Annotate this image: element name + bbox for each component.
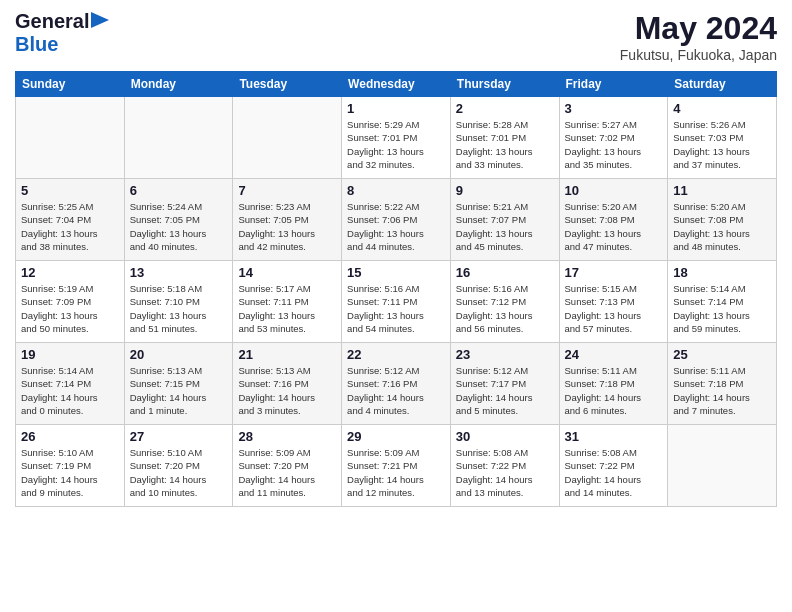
day-info: Sunrise: 5:25 AM Sunset: 7:04 PM Dayligh… (21, 200, 119, 253)
day-info: Sunrise: 5:09 AM Sunset: 7:21 PM Dayligh… (347, 446, 445, 499)
month-title: May 2024 (620, 10, 777, 47)
table-cell: 24Sunrise: 5:11 AM Sunset: 7:18 PM Dayli… (559, 343, 668, 425)
day-info: Sunrise: 5:18 AM Sunset: 7:10 PM Dayligh… (130, 282, 228, 335)
day-info: Sunrise: 5:27 AM Sunset: 7:02 PM Dayligh… (565, 118, 663, 171)
day-info: Sunrise: 5:13 AM Sunset: 7:16 PM Dayligh… (238, 364, 336, 417)
table-cell: 13Sunrise: 5:18 AM Sunset: 7:10 PM Dayli… (124, 261, 233, 343)
table-cell: 21Sunrise: 5:13 AM Sunset: 7:16 PM Dayli… (233, 343, 342, 425)
day-info: Sunrise: 5:10 AM Sunset: 7:19 PM Dayligh… (21, 446, 119, 499)
day-number: 17 (565, 265, 663, 280)
header-friday: Friday (559, 72, 668, 97)
day-number: 6 (130, 183, 228, 198)
day-number: 7 (238, 183, 336, 198)
logo: General Blue (15, 10, 109, 56)
day-number: 20 (130, 347, 228, 362)
day-number: 31 (565, 429, 663, 444)
header-wednesday: Wednesday (342, 72, 451, 97)
table-cell: 1Sunrise: 5:29 AM Sunset: 7:01 PM Daylig… (342, 97, 451, 179)
svg-marker-0 (91, 12, 109, 28)
table-cell: 15Sunrise: 5:16 AM Sunset: 7:11 PM Dayli… (342, 261, 451, 343)
day-number: 10 (565, 183, 663, 198)
day-number: 16 (456, 265, 554, 280)
week-row-2: 5Sunrise: 5:25 AM Sunset: 7:04 PM Daylig… (16, 179, 777, 261)
day-number: 3 (565, 101, 663, 116)
header-tuesday: Tuesday (233, 72, 342, 97)
header-sunday: Sunday (16, 72, 125, 97)
day-number: 25 (673, 347, 771, 362)
calendar-header-row: Sunday Monday Tuesday Wednesday Thursday… (16, 72, 777, 97)
calendar: Sunday Monday Tuesday Wednesday Thursday… (15, 71, 777, 507)
logo-general: General (15, 10, 89, 33)
day-number: 29 (347, 429, 445, 444)
week-row-4: 19Sunrise: 5:14 AM Sunset: 7:14 PM Dayli… (16, 343, 777, 425)
day-number: 8 (347, 183, 445, 198)
table-cell (233, 97, 342, 179)
table-cell: 17Sunrise: 5:15 AM Sunset: 7:13 PM Dayli… (559, 261, 668, 343)
day-number: 23 (456, 347, 554, 362)
table-cell: 26Sunrise: 5:10 AM Sunset: 7:19 PM Dayli… (16, 425, 125, 507)
day-info: Sunrise: 5:12 AM Sunset: 7:16 PM Dayligh… (347, 364, 445, 417)
day-info: Sunrise: 5:24 AM Sunset: 7:05 PM Dayligh… (130, 200, 228, 253)
day-number: 30 (456, 429, 554, 444)
day-number: 18 (673, 265, 771, 280)
title-block: May 2024 Fukutsu, Fukuoka, Japan (620, 10, 777, 63)
location: Fukutsu, Fukuoka, Japan (620, 47, 777, 63)
table-cell: 29Sunrise: 5:09 AM Sunset: 7:21 PM Dayli… (342, 425, 451, 507)
table-cell: 10Sunrise: 5:20 AM Sunset: 7:08 PM Dayli… (559, 179, 668, 261)
day-info: Sunrise: 5:12 AM Sunset: 7:17 PM Dayligh… (456, 364, 554, 417)
header: General Blue May 2024 Fukutsu, Fukuoka, … (15, 10, 777, 63)
day-info: Sunrise: 5:13 AM Sunset: 7:15 PM Dayligh… (130, 364, 228, 417)
day-number: 19 (21, 347, 119, 362)
table-cell: 25Sunrise: 5:11 AM Sunset: 7:18 PM Dayli… (668, 343, 777, 425)
day-info: Sunrise: 5:10 AM Sunset: 7:20 PM Dayligh… (130, 446, 228, 499)
day-number: 14 (238, 265, 336, 280)
table-cell (668, 425, 777, 507)
day-info: Sunrise: 5:08 AM Sunset: 7:22 PM Dayligh… (565, 446, 663, 499)
day-number: 26 (21, 429, 119, 444)
table-cell: 7Sunrise: 5:23 AM Sunset: 7:05 PM Daylig… (233, 179, 342, 261)
logo-icon (91, 12, 109, 28)
table-cell: 27Sunrise: 5:10 AM Sunset: 7:20 PM Dayli… (124, 425, 233, 507)
table-cell: 22Sunrise: 5:12 AM Sunset: 7:16 PM Dayli… (342, 343, 451, 425)
table-cell: 31Sunrise: 5:08 AM Sunset: 7:22 PM Dayli… (559, 425, 668, 507)
day-info: Sunrise: 5:14 AM Sunset: 7:14 PM Dayligh… (21, 364, 119, 417)
header-monday: Monday (124, 72, 233, 97)
day-number: 22 (347, 347, 445, 362)
day-info: Sunrise: 5:14 AM Sunset: 7:14 PM Dayligh… (673, 282, 771, 335)
week-row-1: 1Sunrise: 5:29 AM Sunset: 7:01 PM Daylig… (16, 97, 777, 179)
header-saturday: Saturday (668, 72, 777, 97)
table-cell: 20Sunrise: 5:13 AM Sunset: 7:15 PM Dayli… (124, 343, 233, 425)
day-info: Sunrise: 5:11 AM Sunset: 7:18 PM Dayligh… (565, 364, 663, 417)
day-number: 2 (456, 101, 554, 116)
table-cell: 3Sunrise: 5:27 AM Sunset: 7:02 PM Daylig… (559, 97, 668, 179)
table-cell: 12Sunrise: 5:19 AM Sunset: 7:09 PM Dayli… (16, 261, 125, 343)
day-number: 1 (347, 101, 445, 116)
table-cell: 16Sunrise: 5:16 AM Sunset: 7:12 PM Dayli… (450, 261, 559, 343)
table-cell: 14Sunrise: 5:17 AM Sunset: 7:11 PM Dayli… (233, 261, 342, 343)
table-cell: 19Sunrise: 5:14 AM Sunset: 7:14 PM Dayli… (16, 343, 125, 425)
day-number: 9 (456, 183, 554, 198)
page: General Blue May 2024 Fukutsu, Fukuoka, … (0, 0, 792, 612)
table-cell: 4Sunrise: 5:26 AM Sunset: 7:03 PM Daylig… (668, 97, 777, 179)
day-info: Sunrise: 5:23 AM Sunset: 7:05 PM Dayligh… (238, 200, 336, 253)
table-cell: 2Sunrise: 5:28 AM Sunset: 7:01 PM Daylig… (450, 97, 559, 179)
day-info: Sunrise: 5:29 AM Sunset: 7:01 PM Dayligh… (347, 118, 445, 171)
day-number: 24 (565, 347, 663, 362)
day-number: 4 (673, 101, 771, 116)
logo-blue: Blue (15, 33, 58, 55)
table-cell: 18Sunrise: 5:14 AM Sunset: 7:14 PM Dayli… (668, 261, 777, 343)
table-cell: 5Sunrise: 5:25 AM Sunset: 7:04 PM Daylig… (16, 179, 125, 261)
table-cell: 9Sunrise: 5:21 AM Sunset: 7:07 PM Daylig… (450, 179, 559, 261)
day-info: Sunrise: 5:16 AM Sunset: 7:11 PM Dayligh… (347, 282, 445, 335)
table-cell: 28Sunrise: 5:09 AM Sunset: 7:20 PM Dayli… (233, 425, 342, 507)
day-info: Sunrise: 5:22 AM Sunset: 7:06 PM Dayligh… (347, 200, 445, 253)
table-cell (16, 97, 125, 179)
day-info: Sunrise: 5:16 AM Sunset: 7:12 PM Dayligh… (456, 282, 554, 335)
day-info: Sunrise: 5:08 AM Sunset: 7:22 PM Dayligh… (456, 446, 554, 499)
day-number: 5 (21, 183, 119, 198)
day-number: 21 (238, 347, 336, 362)
day-number: 15 (347, 265, 445, 280)
day-info: Sunrise: 5:15 AM Sunset: 7:13 PM Dayligh… (565, 282, 663, 335)
day-number: 27 (130, 429, 228, 444)
day-info: Sunrise: 5:26 AM Sunset: 7:03 PM Dayligh… (673, 118, 771, 171)
